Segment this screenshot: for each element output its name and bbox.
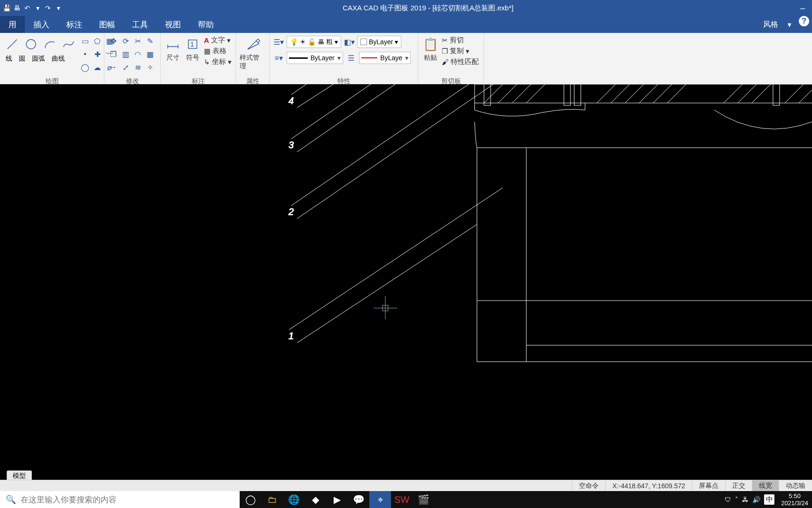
modify-move-icon[interactable]: ✥ <box>108 36 118 46</box>
tray-shield-icon[interactable]: 🛡 <box>725 496 731 503</box>
menu-tab-insert[interactable]: 插入 <box>25 16 58 33</box>
scissors-icon: ✂ <box>442 36 448 45</box>
draw-polygon-icon[interactable]: ⬠ <box>92 36 102 46</box>
draw-ellipse-icon[interactable]: ◯ <box>80 62 90 72</box>
qat-dropdown-icon[interactable]: ▾ <box>33 3 42 13</box>
linetype-combo[interactable]: ByLayer ▾ <box>287 52 343 64</box>
status-bar: 空命令 X:-4418.647, Y:1609.572 屏幕点 正交 线宽 动态… <box>0 480 812 491</box>
app-icon-3[interactable]: ▶ <box>326 491 348 508</box>
svg-line-13 <box>289 188 503 330</box>
status-ortho[interactable]: 正交 <box>725 480 752 491</box>
paste-button[interactable]: 📋粘贴 <box>422 36 439 62</box>
quick-access-toolbar: 💾 🖶 ↶ ▾ ↷ ▾ <box>0 3 63 13</box>
print-icon[interactable]: 🖶 <box>12 3 22 13</box>
solidworks-icon[interactable]: SW <box>391 491 413 508</box>
svg-line-9 <box>297 84 477 152</box>
menu-tab-sheet[interactable]: 图幅 <box>91 16 124 33</box>
ribbon: 线 圆 圆弧 曲线 ▭⬠▦ •✚〰 ◯☁⌀ 绘图 ✥⟳✂✎ ❐▥◠▦ ↔⤢≋✧ … <box>0 33 812 87</box>
menu-tab-view[interactable]: 视图 <box>156 16 189 33</box>
app-icon-1[interactable]: 🌐 <box>283 491 304 508</box>
copy-button[interactable]: ❐复制▾ <box>442 47 479 56</box>
app-icon-4[interactable]: 🎬 <box>413 491 434 508</box>
status-lineweight[interactable]: 线宽 <box>752 480 779 491</box>
app-icon-2[interactable]: ◆ <box>304 491 326 508</box>
tray-volume-icon[interactable]: 🔊 <box>752 496 760 503</box>
menu-style-dropdown-icon[interactable]: ▾ <box>783 16 796 33</box>
style-manager-button[interactable]: 样式管理 <box>240 36 265 71</box>
text-button[interactable]: A文字▾ <box>204 36 232 45</box>
cut-button[interactable]: ✂剪切 <box>442 36 479 45</box>
modify-mirror-icon[interactable]: ▥ <box>120 49 131 59</box>
taskbar-clock[interactable]: 5:50 2021/3/24 <box>777 492 812 507</box>
svg-line-34 <box>752 84 771 103</box>
draw-circle-button[interactable] <box>23 36 39 53</box>
undo-icon[interactable]: ↶ <box>23 3 32 13</box>
help-icon[interactable]: ? <box>799 16 809 26</box>
svg-text:4: 4 <box>289 95 294 106</box>
menu-tab-annotate[interactable]: 标注 <box>58 16 91 33</box>
redo-icon[interactable]: ↷ <box>43 3 53 13</box>
save-icon[interactable]: 💾 <box>2 3 11 13</box>
tray-chevron-icon[interactable]: ˄ <box>735 496 738 503</box>
table-button[interactable]: ▦表格 <box>204 47 232 56</box>
qat-dropdown2-icon[interactable]: ▾ <box>54 3 63 13</box>
menu-tab-home[interactable]: 用 <box>0 16 25 33</box>
caxa-app-icon[interactable]: ⌖ <box>369 491 391 508</box>
layer-manager-icon[interactable]: ☰▾ <box>273 37 284 47</box>
minimize-button[interactable]: – <box>793 3 812 13</box>
file-explorer-icon[interactable]: 🗀 <box>261 491 283 508</box>
draw-point-icon[interactable]: • <box>80 49 90 59</box>
draw-arc-label: 圆弧 <box>32 55 45 63</box>
status-screen-point[interactable]: 屏幕点 <box>692 480 725 491</box>
modify-stretch-icon[interactable]: ↔ <box>108 62 118 72</box>
windows-search-box[interactable]: 🔍 在这里输入你要搜索的内容 <box>0 491 240 508</box>
dimension-button[interactable]: 尺寸 <box>164 36 181 62</box>
drawing-canvas[interactable]: 4 3 2 1 <box>0 84 812 470</box>
lineweight-icon[interactable]: ☰ <box>346 53 356 63</box>
svg-line-12 <box>297 84 493 219</box>
ime-indicator[interactable]: 中 <box>764 494 774 505</box>
tray-network-icon[interactable]: 🖧 <box>742 496 749 503</box>
draw-spline-button[interactable] <box>60 36 77 53</box>
coord-button[interactable]: ↳坐标▾ <box>204 57 232 66</box>
svg-line-29 <box>639 84 658 103</box>
colorpicker-icon[interactable]: ◧▾ <box>344 37 354 47</box>
modify-rotate-icon[interactable]: ⟳ <box>120 36 131 46</box>
modify-explode-icon[interactable]: ✧ <box>145 62 155 72</box>
draw-line-button[interactable] <box>4 36 21 53</box>
modify-array-icon[interactable]: ▦ <box>145 49 155 59</box>
linetype-dropdown-icon: ▾ <box>337 54 341 62</box>
draw-arc-button[interactable] <box>41 36 58 53</box>
draw-centerline-icon[interactable]: ✚ <box>92 49 102 59</box>
canvas-svg: 4 3 2 1 <box>0 84 812 451</box>
modify-erase-icon[interactable]: ✎ <box>145 36 155 46</box>
match-props-button[interactable]: 🖌特性匹配 <box>442 57 479 66</box>
modify-fillet-icon[interactable]: ◠ <box>133 49 143 59</box>
layer-combo[interactable]: 💡 ☀ 🔓 🖶 粗 ▾ <box>287 36 341 48</box>
modify-trim-icon[interactable]: ✂ <box>133 36 143 46</box>
lineweight-dropdown-icon: ▾ <box>405 54 408 62</box>
menu-tab-tools[interactable]: 工具 <box>124 16 156 33</box>
modify-offset-icon[interactable]: ≋ <box>133 62 143 72</box>
color-bylayer-combo[interactable]: ByLayer ▾ <box>357 36 401 48</box>
menu-tab-help[interactable]: 帮助 <box>189 16 222 33</box>
modify-copy-icon[interactable]: ❐ <box>108 49 118 59</box>
window-title: CAXA CAD 电子图板 2019 - [硅芯切割机A总装图.exb*] <box>63 4 793 13</box>
draw-line-label: 线 <box>6 55 12 63</box>
draw-cloud-icon[interactable]: ☁ <box>92 62 102 72</box>
ribbon-group-annotate: 尺寸 1符号 A文字▾ ▦表格 ↳坐标▾ 标注 <box>161 33 236 87</box>
draw-rect-icon[interactable]: ▭ <box>80 36 90 46</box>
lineweight-preview <box>361 57 377 58</box>
svg-line-35 <box>785 84 804 103</box>
linetype-icon[interactable]: ≡▾ <box>273 53 284 63</box>
lineweight-combo[interactable]: ByLaye ▾ <box>359 52 411 64</box>
task-view-icon[interactable]: ◯ <box>240 491 261 508</box>
search-icon: 🔍 <box>6 494 16 505</box>
system-tray[interactable]: 🛡 ˄ 🖧 🔊 中 <box>722 494 777 505</box>
symbol-button[interactable]: 1符号 <box>184 36 201 62</box>
wechat-icon[interactable]: 💬 <box>348 491 369 508</box>
modify-scale-icon[interactable]: ⤢ <box>120 62 131 72</box>
menu-style-link[interactable]: 风格 <box>758 16 783 33</box>
clock-time: 5:50 <box>781 492 808 500</box>
status-dynamic[interactable]: 动态输 <box>779 480 812 491</box>
